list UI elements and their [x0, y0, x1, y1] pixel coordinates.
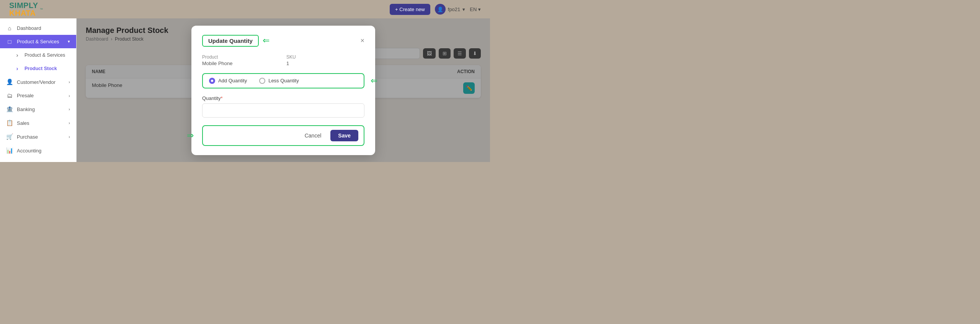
product-icon: □ — [6, 38, 13, 45]
logo-tm: ™ — [40, 8, 43, 11]
sidebar-item-customer-vendor[interactable]: 👤 Customer/Vendor › — [0, 75, 76, 89]
sidebar: ⌂ Dashboard □ Product & Services ▾ › Pro… — [0, 18, 77, 162]
modal-title-box: Update Quantity ⇐ — [202, 35, 270, 47]
sidebar-item-presale[interactable]: 🗂 Presale › — [0, 89, 76, 102]
save-button[interactable]: Save — [330, 130, 358, 141]
header-right: + Create new 👤 fpo21 ▾ EN ▾ — [390, 4, 481, 15]
sidebar-item-purchase[interactable]: 🛒 Purchase › — [0, 130, 76, 144]
lang-label: EN — [470, 7, 477, 12]
radio-arrow-icon: ⇐ — [371, 76, 377, 86]
home-icon: ⌂ — [6, 25, 13, 31]
logo-text: SIMPLYKHATA — [9, 2, 38, 17]
sidebar-item-dashboard[interactable]: ⌂ Dashboard — [0, 21, 76, 35]
modal-overlay: Update Quantity ⇐ × Product Mobile Phone… — [77, 18, 490, 162]
accounting-icon: 📊 — [6, 147, 13, 154]
chevron-right-icon: › — [69, 93, 70, 98]
sub-icon: › — [14, 52, 21, 58]
product-value: Mobile Phone — [202, 61, 280, 66]
logo-khata: KHATA — [9, 9, 36, 17]
chevron-right-icon: › — [69, 107, 70, 111]
required-indicator: * — [220, 95, 222, 101]
sidebar-item-product-services-sub[interactable]: › Product & Services — [0, 48, 76, 62]
add-quantity-option[interactable]: Add Quantity — [209, 78, 247, 84]
chevron-right-icon: › — [69, 80, 70, 84]
close-button[interactable]: × — [360, 37, 364, 44]
create-new-button[interactable]: + Create new — [390, 4, 430, 15]
sidebar-item-label: Presale — [17, 93, 34, 98]
add-quantity-label: Add Quantity — [218, 78, 247, 83]
sidebar-item-label: Dashboard — [17, 25, 41, 31]
modal-footer: ⇒ Cancel Save — [202, 125, 364, 146]
sidebar-item-label: Accounting — [17, 148, 41, 154]
sku-field: SKU 1 — [286, 54, 364, 66]
assets-icon: 📁 — [6, 161, 13, 162]
presale-icon: 🗂 — [6, 92, 13, 99]
chevron-right-icon: › — [69, 134, 70, 139]
less-quantity-label: Less Quantity — [268, 78, 299, 83]
less-quantity-radio[interactable] — [259, 78, 265, 84]
customer-icon: 👤 — [6, 79, 13, 85]
less-quantity-option[interactable]: Less Quantity — [259, 78, 299, 84]
cancel-button[interactable]: Cancel — [299, 130, 327, 141]
user-chevron-icon: ▾ — [462, 7, 465, 12]
quantity-field-label: Quantity* — [202, 95, 364, 101]
banking-icon: 🏦 — [6, 106, 13, 113]
language-selector[interactable]: EN ▾ — [470, 7, 481, 12]
chevron-down-icon: ▾ — [68, 39, 70, 44]
logo: SIMPLYKHATA ™ — [9, 2, 43, 17]
user-avatar: 👤 — [435, 4, 446, 15]
sidebar-item-label: Product & Services — [24, 52, 65, 58]
sidebar-item-banking[interactable]: 🏦 Banking › — [0, 102, 76, 116]
top-header: SIMPLYKHATA ™ + Create new 👤 fpo21 ▾ EN … — [0, 0, 490, 18]
sidebar-item-accounting[interactable]: 📊 Accounting — [0, 144, 76, 157]
sidebar-item-product-services[interactable]: □ Product & Services ▾ — [0, 35, 76, 48]
modal-header: Update Quantity ⇐ × — [202, 35, 364, 47]
sidebar-item-assets[interactable]: 📁 Assets — [0, 157, 76, 162]
sku-value: 1 — [286, 61, 364, 66]
sidebar-item-label: Product Stock — [24, 66, 57, 71]
sidebar-item-label: Product & Services — [17, 39, 59, 44]
sidebar-item-label: Sales — [17, 120, 29, 126]
update-quantity-modal: Update Quantity ⇐ × Product Mobile Phone… — [191, 26, 375, 155]
modal-fields: Product Mobile Phone SKU 1 — [202, 54, 364, 66]
chevron-right-icon: › — [69, 121, 70, 125]
sidebar-item-label: Banking — [17, 106, 35, 112]
back-arrow-icon: ⇐ — [263, 36, 270, 45]
product-label: Product — [202, 54, 280, 60]
purchase-icon: 🛒 — [6, 133, 13, 140]
modal-title: Update Quantity — [202, 35, 259, 47]
footer-arrow-icon: ⇒ — [187, 131, 194, 141]
sub-icon: › — [14, 65, 21, 72]
quantity-input[interactable] — [202, 103, 364, 118]
sidebar-item-product-stock[interactable]: › Product Stock — [0, 62, 76, 75]
main-layout: ⌂ Dashboard □ Product & Services ▾ › Pro… — [0, 18, 490, 162]
sidebar-item-label: Purchase — [17, 134, 38, 140]
user-name: fpo21 — [448, 7, 461, 12]
product-field: Product Mobile Phone — [202, 54, 280, 66]
sidebar-item-sales[interactable]: 📋 Sales › — [0, 116, 76, 130]
quantity-type-radio-group: Add Quantity Less Quantity ⇐ — [202, 73, 364, 88]
content-area: Manage Product Stock Dashboard › Product… — [77, 18, 490, 162]
sales-icon: 📋 — [6, 119, 13, 126]
user-badge[interactable]: 👤 fpo21 ▾ — [435, 4, 466, 15]
lang-chevron-icon: ▾ — [478, 7, 481, 12]
add-quantity-radio[interactable] — [209, 78, 215, 84]
sidebar-item-label: Customer/Vendor — [17, 79, 56, 85]
sidebar-item-label: Assets — [17, 162, 32, 162]
sku-label: SKU — [286, 54, 364, 60]
